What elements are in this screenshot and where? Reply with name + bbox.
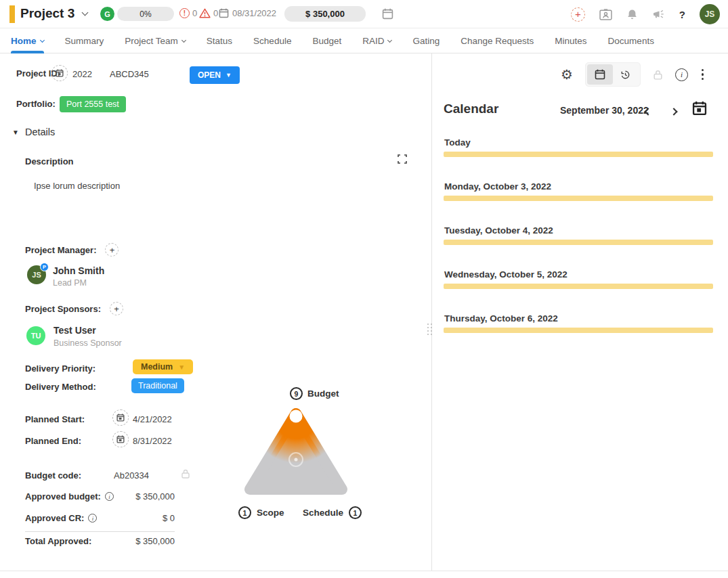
chevron-down-icon[interactable] <box>82 9 89 16</box>
tab-project-team[interactable]: Project Team <box>125 29 186 53</box>
tab-raid[interactable]: RAID <box>362 29 391 53</box>
delivery-method-badge: Traditional <box>131 378 184 393</box>
lock-icon <box>181 468 190 479</box>
calendar-panel-title: Calendar <box>444 102 498 116</box>
schedule-gauge-label: Schedule <box>303 508 343 518</box>
year-calendar-icon[interactable] <box>51 65 68 81</box>
due-date-group: 08/31/2022 <box>219 8 276 18</box>
bell-icon[interactable] <box>626 9 638 20</box>
tab-change-requests[interactable]: Change Requests <box>461 29 534 53</box>
details-heading: Details <box>25 127 55 137</box>
splitter-grip-handle[interactable] <box>427 324 433 347</box>
tab-documents[interactable]: Documents <box>608 29 654 53</box>
circle-exclamation-icon: ! <box>179 8 190 18</box>
calendar-entry-bar[interactable] <box>444 240 713 245</box>
triangle-warning-icon <box>199 8 211 18</box>
calendar-entry-bar[interactable] <box>444 152 713 157</box>
user-avatar[interactable]: JS <box>700 4 720 24</box>
bottom-border <box>0 571 728 571</box>
tab-schedule[interactable]: Schedule <box>253 29 291 53</box>
health-status-badge[interactable]: G <box>100 7 114 21</box>
details-section-toggle[interactable]: ▼ Details <box>12 127 55 137</box>
kebab-menu-icon[interactable] <box>700 68 706 82</box>
tab-gating[interactable]: Gating <box>412 29 440 53</box>
history-view-button[interactable] <box>613 64 639 85</box>
calendar-entry-label: Tuesday, October 4, 2022 <box>444 225 553 236</box>
sponsor-role: Business Sponsor <box>53 338 122 348</box>
budget-gauge-label: Budget <box>307 388 339 399</box>
manager-role: Lead PM <box>53 278 87 288</box>
calendar-view-button[interactable] <box>587 64 613 85</box>
calendar-entry-label: Today <box>444 137 471 148</box>
risk-alert-group[interactable]: 0 <box>199 8 218 18</box>
calendar-toggle-icon[interactable] <box>382 8 393 20</box>
progress-pill: 0% <box>117 7 174 21</box>
calendar-prev-button[interactable] <box>645 106 651 116</box>
info-icon[interactable]: i <box>675 68 688 81</box>
triangle-scope-legend: 1 Scope <box>238 506 284 519</box>
megaphone-icon[interactable] <box>652 9 665 20</box>
accent-bar <box>9 5 15 23</box>
project-manager-row: Project Manager: + <box>25 243 119 257</box>
gear-icon[interactable]: ⚙ <box>561 68 573 81</box>
scope-gauge-label: Scope <box>257 508 284 518</box>
schedule-gauge-icon: 1 <box>349 506 362 519</box>
triangle-down-icon: ▼ <box>12 129 19 136</box>
project-manager-label: Project Manager: <box>25 245 96 255</box>
project-sponsors-row: Project Sponsors: + <box>25 302 123 315</box>
project-sponsors-label: Project Sponsors: <box>25 304 101 314</box>
approved-cr-row: Approved CR: i <box>25 513 97 523</box>
delivery-priority-dropdown[interactable]: Medium▼ <box>133 359 193 374</box>
planned-start-calendar-icon[interactable] <box>112 409 129 426</box>
calendar-icon <box>219 8 229 18</box>
tab-status[interactable]: Status <box>207 29 232 53</box>
tab-home[interactable]: Home <box>11 29 44 53</box>
calendar-entry-bar[interactable] <box>444 196 713 201</box>
calendar-entry-bar[interactable] <box>444 328 713 333</box>
tab-budget[interactable]: Budget <box>312 29 341 53</box>
tab-minutes[interactable]: Minutes <box>555 29 586 53</box>
planned-start-value[interactable]: 4/21/2022 <box>133 414 172 424</box>
top-bar: Project 3 G 0% ! 0 0 08/31/2022 $ 350,00… <box>0 0 728 28</box>
sponsor-avatar[interactable]: TU <box>26 326 45 345</box>
add-new-icon[interactable]: + <box>571 7 585 22</box>
planned-start-label: Planned Start: <box>25 414 85 424</box>
topbar-actions: + ? JS <box>571 0 720 28</box>
help-button[interactable]: ? <box>679 9 685 20</box>
planned-end-label: Planned End: <box>25 436 81 446</box>
manager-presence-badge: P <box>40 263 49 271</box>
total-approved-label: Total Approved: <box>25 536 91 546</box>
calendar-next-button[interactable] <box>671 106 677 116</box>
triangle-budget-legend: 9 Budget <box>290 387 339 400</box>
budget-total-pill: $ 350,000 <box>284 6 366 22</box>
date-picker-icon[interactable] <box>692 101 707 116</box>
description-text[interactable]: Ipse lorum description <box>34 181 120 191</box>
project-year: 2022 <box>72 69 92 79</box>
lock-icon <box>653 69 663 81</box>
add-sponsor-icon[interactable]: + <box>110 302 123 315</box>
issue-alert-group[interactable]: ! 0 <box>179 8 197 18</box>
calendar-entry-bar[interactable] <box>444 284 713 289</box>
panel-splitter[interactable] <box>431 53 432 571</box>
status-dropdown-button[interactable]: OPEN▼ <box>190 66 240 84</box>
delivery-method-label: Delivery Method: <box>25 382 96 392</box>
info-icon[interactable]: i <box>88 514 97 523</box>
manager-name[interactable]: John Smith <box>53 265 104 276</box>
planned-end-value[interactable]: 8/31/2022 <box>133 436 172 446</box>
calendar-entry-label: Monday, October 3, 2022 <box>444 181 551 192</box>
budget-code-label: Budget code: <box>25 470 81 481</box>
expand-icon[interactable] <box>398 154 407 164</box>
triangle-top-marker[interactable] <box>290 410 303 423</box>
tab-summary[interactable]: Summary <box>65 29 104 53</box>
health-triangle-chart[interactable] <box>238 403 355 503</box>
planned-end-calendar-icon[interactable] <box>112 431 129 447</box>
risk-count: 0 <box>213 8 218 18</box>
contact-card-icon[interactable] <box>599 9 612 20</box>
manager-avatar-wrap: JS P <box>27 265 46 284</box>
portfolio-label: Portfolio: <box>16 99 56 109</box>
description-label: Description <box>25 156 74 166</box>
sponsor-name[interactable]: Test User <box>53 325 96 336</box>
budget-code-value[interactable]: Ab20334 <box>114 470 149 481</box>
add-manager-icon[interactable]: + <box>105 243 119 257</box>
portfolio-badge[interactable]: Port 2555 test <box>60 96 126 112</box>
